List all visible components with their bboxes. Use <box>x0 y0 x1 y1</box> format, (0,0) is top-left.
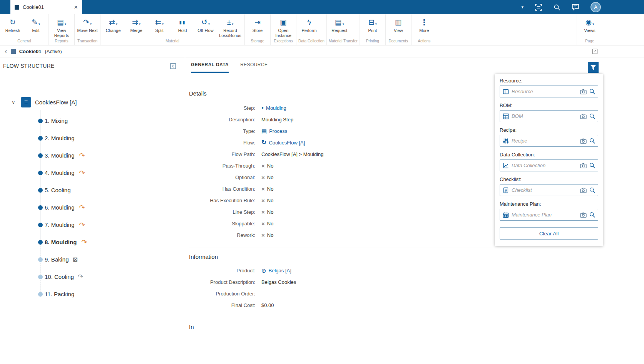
checklist-input[interactable] <box>512 187 577 193</box>
flow-icon: ↻ <box>261 139 266 146</box>
change-button[interactable]: ⇄▾ Change <box>102 17 125 38</box>
print-button[interactable]: ⊟▾ Print <box>361 17 384 33</box>
camera-icon[interactable] <box>580 138 587 144</box>
no-icon: × <box>261 186 265 192</box>
resource-input[interactable] <box>512 89 577 94</box>
collapse-panel-icon[interactable] <box>170 63 176 69</box>
chat-icon[interactable] <box>572 3 579 11</box>
status-badge: (Active) <box>45 49 62 54</box>
chevron-down-icon: ▾ <box>232 22 233 26</box>
toolbar-group-actions: ⋮ More Actions <box>411 14 437 45</box>
step-dot <box>38 257 43 262</box>
chevron-expanded-icon[interactable]: ∨ <box>12 99 17 105</box>
close-icon[interactable]: × <box>74 4 78 10</box>
perform-icon: ϟ <box>307 18 311 27</box>
search-icon[interactable] <box>589 113 595 119</box>
camera-icon[interactable] <box>580 212 587 218</box>
request-button[interactable]: ▤▾ Request <box>328 17 351 33</box>
change-icon: ⇄ <box>109 18 115 27</box>
tab-general-data[interactable]: GENERAL DATA <box>191 57 229 73</box>
toolbar-group-reports: ▤▾ View Reports Reports <box>49 14 75 45</box>
refresh-button[interactable]: ↻ Refresh <box>1 17 24 33</box>
flow-step-8-current[interactable]: 8. Moulding ↷ <box>0 233 185 251</box>
flow-step-1[interactable]: 1. Mixing <box>0 112 185 129</box>
detail-row: Product: ⊕ Belgas [A] <box>189 265 599 276</box>
flow-step-6[interactable]: 6. Moulding ↷ <box>0 199 185 216</box>
toolbar-group-label: General <box>1 38 47 45</box>
section-title: Information <box>189 253 599 260</box>
flow-step-2[interactable]: 2. Moulding <box>0 129 185 147</box>
store-icon: ⇥ <box>254 18 261 27</box>
camera-icon[interactable] <box>580 188 587 193</box>
sampling-badge-icon: ↷ <box>78 273 83 280</box>
edit-button[interactable]: ✎▾ Edit <box>24 17 47 33</box>
view-documents-button[interactable]: ▥ View <box>387 17 410 33</box>
type-link[interactable]: ▤ Process <box>261 128 287 134</box>
filter-funnel-icon <box>590 65 596 70</box>
hold-button[interactable]: ▮▮ Hold <box>171 17 194 38</box>
no-icon: × <box>261 198 265 203</box>
document-icon <box>15 5 19 10</box>
open-instance-button[interactable]: ▣ Open Instance <box>272 17 295 38</box>
store-button[interactable]: ⇥ Store <box>246 17 269 33</box>
step-dot <box>38 240 43 245</box>
bom-input[interactable] <box>512 113 577 119</box>
search-icon[interactable] <box>589 89 595 94</box>
search-icon[interactable] <box>554 4 560 11</box>
product-link[interactable]: ⊕ Belgas [A] <box>261 268 291 273</box>
tab-resource[interactable]: RESOURCE <box>240 57 268 73</box>
more-icon: ⋮ <box>420 18 428 27</box>
filter-button[interactable] <box>588 62 599 73</box>
off-flow-button[interactable]: ↺▾ Off-Flow <box>194 17 217 38</box>
record-loss-bonus-button[interactable]: ±▾ Record Loss/Bonus <box>217 17 243 38</box>
toolbar-group-label: Material Transfer <box>328 38 358 45</box>
clear-all-button[interactable]: Clear All <box>500 227 598 240</box>
more-button[interactable]: ⋮ More <box>413 17 436 33</box>
scan-icon[interactable] <box>535 3 542 11</box>
document-tab[interactable]: Cookie01 × <box>10 0 82 14</box>
topbar-actions: ▾ A <box>521 0 644 14</box>
expand-icon[interactable] <box>592 49 598 54</box>
flow-root-node[interactable]: ∨ ≡ CookiesFlow [A] <box>0 95 185 109</box>
move-next-button[interactable]: ↷▾ Move-Next <box>76 17 99 33</box>
data-collection-badge-icon: ⊠ <box>73 257 78 263</box>
toolbar-group-transaction: ↷▾ Move-Next Transaction <box>75 14 100 45</box>
camera-icon[interactable] <box>580 89 587 94</box>
search-icon[interactable] <box>589 212 595 218</box>
camera-icon[interactable] <box>580 114 587 119</box>
toolbar: ↻ Refresh ✎▾ Edit General ▤▾ View Report… <box>0 14 644 45</box>
flow-step-10[interactable]: 10. Cooling ↷ <box>0 268 185 285</box>
merge-button[interactable]: ⇉▾ Merge <box>125 17 148 38</box>
flow-step-7[interactable]: 7. Moulding ↷ <box>0 216 185 233</box>
recipe-input[interactable] <box>512 138 577 144</box>
open-instance-icon: ▣ <box>280 18 287 27</box>
chevron-down-icon: ▾ <box>592 22 594 26</box>
flow-step-5[interactable]: 5. Cooling <box>0 181 185 199</box>
flow-step-9[interactable]: 9. Baking ⊠ <box>0 251 185 268</box>
back-chevron-icon[interactable]: ‹ <box>5 47 7 55</box>
flow-step-3[interactable]: 3. Moulding ↷ <box>0 147 185 164</box>
search-icon[interactable] <box>589 138 595 144</box>
view-reports-button[interactable]: ▤▾ View Reports <box>50 17 73 38</box>
flow-link[interactable]: ↻ CookiesFlow [A] <box>261 139 305 146</box>
toolbar-group-label: Exceptions <box>272 38 295 45</box>
search-icon[interactable] <box>589 187 595 193</box>
step-dot <box>38 119 43 123</box>
split-button[interactable]: ⇇▾ Split <box>148 17 171 38</box>
step-link[interactable]: ● Moulding <box>261 105 286 111</box>
no-icon: × <box>261 174 265 180</box>
data-collection-icon <box>503 163 509 169</box>
perform-button[interactable]: ϟ Perform <box>298 17 321 33</box>
chevron-down-icon[interactable]: ▾ <box>521 5 524 10</box>
maintenance-plan-input[interactable] <box>512 212 577 218</box>
views-button[interactable]: ◉▾ Views <box>578 17 601 33</box>
flow-step-11[interactable]: 11. Packing <box>0 285 185 303</box>
split-icon: ⇇ <box>155 18 161 27</box>
camera-icon[interactable] <box>580 163 587 168</box>
avatar[interactable]: A <box>590 2 601 12</box>
data-collection-input[interactable] <box>512 163 577 168</box>
search-icon[interactable] <box>589 163 595 168</box>
resource-icon <box>503 89 509 95</box>
no-icon: × <box>261 232 265 238</box>
flow-step-4[interactable]: 4. Moulding ↷ <box>0 164 185 181</box>
